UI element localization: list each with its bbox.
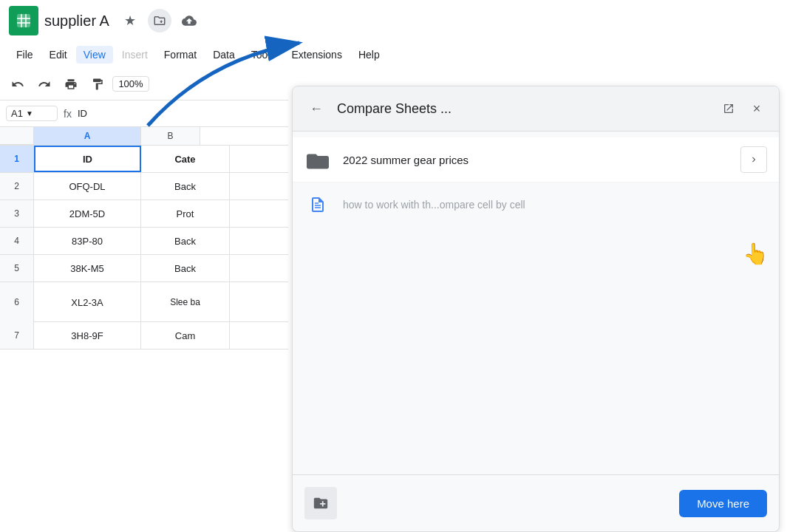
table-row: 3 2DM-5D Prot <box>0 200 288 228</box>
move-here-button[interactable]: Move here <box>679 490 767 517</box>
menu-file[interactable]: File <box>9 46 41 64</box>
menu-edit[interactable]: Edit <box>42 46 75 64</box>
cloud-save-button[interactable] <box>177 9 201 33</box>
redo-button[interactable] <box>33 72 56 96</box>
file-icon <box>304 191 331 218</box>
row-num-3[interactable]: 3 <box>0 200 34 227</box>
spreadsheet-grid: A B 1 ID Cate 2 OFQ-DL Back 3 2DM-5D Pro… <box>0 127 288 349</box>
folder-name: 2022 summer gear prices <box>343 154 729 166</box>
col-header-a[interactable]: A <box>34 127 141 145</box>
cell-b2[interactable]: Back <box>141 173 230 200</box>
table-row: 1 ID Cate <box>0 146 288 173</box>
row-num-2[interactable]: 2 <box>0 173 34 200</box>
table-row: 7 3H8-9F Cam <box>0 322 288 349</box>
row-num-5[interactable]: 5 <box>0 255 34 282</box>
folder-item[interactable]: 2022 summer gear prices <box>293 137 779 183</box>
cell-a4[interactable]: 83P-80 <box>34 228 141 254</box>
row-num-7[interactable]: 7 <box>0 322 34 349</box>
cell-a6[interactable]: XL2-3A <box>34 282 141 322</box>
panel-header: ← Compare Sheets ... × <box>293 86 779 132</box>
menu-insert[interactable]: Insert <box>115 46 155 64</box>
cell-a1[interactable]: ID <box>34 146 141 172</box>
header-corner <box>0 127 34 145</box>
menu-tools[interactable]: Tools <box>244 46 283 64</box>
file-title: supplier A <box>44 13 109 30</box>
col-header-b[interactable]: B <box>141 127 200 145</box>
star-button[interactable]: ★ <box>118 9 142 33</box>
cell-b7[interactable]: Cam <box>141 322 230 349</box>
panel-title: Compare Sheets ... <box>337 101 708 117</box>
cell-b5[interactable]: Back <box>141 255 230 282</box>
cell-b4[interactable]: Back <box>141 228 230 254</box>
table-row: 2 OFQ-DL Back <box>0 173 288 200</box>
panel-external-link-button[interactable] <box>717 97 740 120</box>
menu-bar: File Edit View Insert Format Data Tools … <box>0 41 288 68</box>
move-to-drive-button[interactable] <box>148 9 171 33</box>
table-row: 4 83P-80 Back <box>0 228 288 255</box>
menu-format[interactable]: Format <box>157 46 204 64</box>
cell-reference[interactable]: A1 ▼ <box>6 106 58 121</box>
paint-format-button[interactable] <box>86 72 109 96</box>
cell-b3[interactable]: Prot <box>141 200 230 227</box>
cell-a3[interactable]: 2DM-5D <box>34 200 141 227</box>
cell-a2[interactable]: OFQ-DL <box>34 173 141 200</box>
cell-b6[interactable]: Slee ba <box>141 282 230 322</box>
svg-rect-0 <box>17 14 30 27</box>
app-icon <box>9 6 38 35</box>
formula-bar: A1 ▼ fx ID <box>0 100 288 127</box>
spreadsheet-area: supplier A ★ File Edit View Insert Forma… <box>0 0 288 532</box>
menu-data[interactable]: Data <box>205 46 242 64</box>
menu-help[interactable]: Help <box>351 46 387 64</box>
panel-close-button[interactable]: × <box>746 98 767 119</box>
column-header-row: A B <box>0 127 288 146</box>
menu-extensions[interactable]: Extensions <box>284 46 349 64</box>
formula-content: ID <box>78 108 87 119</box>
row-num-4[interactable]: 4 <box>0 228 34 254</box>
folder-navigate-button[interactable] <box>740 146 767 173</box>
panel-footer: Move here <box>293 474 779 531</box>
file-item[interactable]: how to work with th...ompare cell by cel… <box>293 183 779 227</box>
table-row: 5 38K-M5 Back <box>0 255 288 282</box>
print-button[interactable] <box>59 72 83 96</box>
compare-sheets-panel: ← Compare Sheets ... × 2022 summer gear … <box>292 86 780 532</box>
panel-title-actions: × <box>717 97 767 120</box>
folder-icon <box>304 146 331 173</box>
cell-b1[interactable]: Cate <box>141 146 230 172</box>
table-row: 6 XL2-3A Slee ba <box>0 282 288 322</box>
zoom-display[interactable]: 100% <box>112 76 149 92</box>
title-bar: supplier A ★ <box>0 0 288 41</box>
formula-fx-icon: fx <box>64 108 72 120</box>
row-num-1[interactable]: 1 <box>0 146 34 172</box>
menu-view[interactable]: View <box>76 46 113 64</box>
toolbar: 100% <box>0 68 288 100</box>
file-name: how to work with th...ompare cell by cel… <box>343 199 767 211</box>
new-folder-button[interactable] <box>304 487 337 519</box>
row-num-6[interactable]: 6 <box>0 282 34 322</box>
undo-button[interactable] <box>6 72 30 96</box>
cell-a7[interactable]: 3H8-9F <box>34 322 141 349</box>
panel-back-button[interactable]: ← <box>304 97 328 120</box>
cell-a5[interactable]: 38K-M5 <box>34 255 141 282</box>
panel-content: 2022 summer gear prices how to work with… <box>293 132 779 474</box>
